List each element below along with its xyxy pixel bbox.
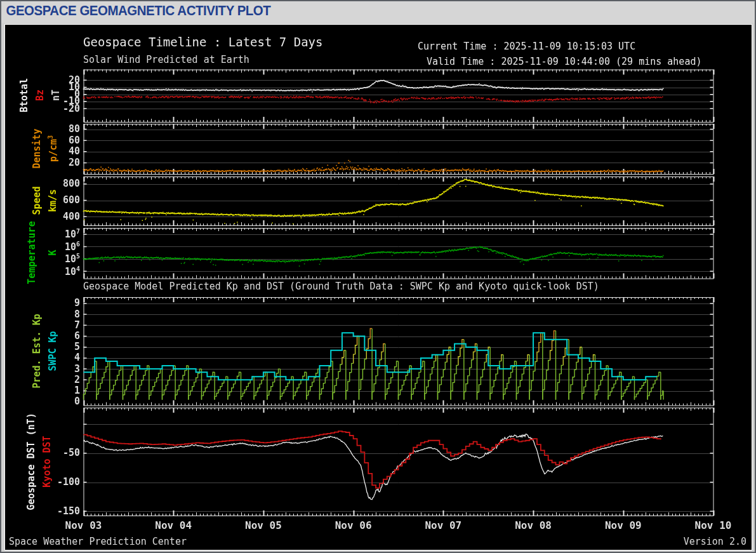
- y-tick-label: -20: [47, 103, 80, 114]
- ylabel-density: Density: [31, 128, 43, 168]
- y-tick-label: 80: [47, 123, 80, 135]
- x-tick-label: Nov 06: [325, 519, 382, 531]
- ylabel-bz: Bz: [34, 90, 46, 101]
- x-tick-label: Nov 05: [235, 519, 292, 531]
- page-header: GEOSPACE GEOMAGNETIC ACTIVITY PLOT: [1, 1, 755, 23]
- y-tick-label: 107: [47, 228, 80, 240]
- page-title: GEOSPACE GEOMAGNETIC ACTIVITY PLOT: [1, 1, 702, 19]
- ylabel-btotal: Btotal: [18, 78, 30, 112]
- ylabel-temperature: Temperature: [26, 221, 37, 284]
- y-tick-label: 9: [47, 297, 80, 309]
- footer-version: Version 2.0: [684, 536, 746, 547]
- kp-dst-subtitle: Geospace Model Predicted Kp and DST (Gro…: [83, 281, 599, 292]
- y-tick-label: -50: [47, 447, 80, 458]
- y-tick-label: -100: [47, 476, 80, 488]
- ylabel-geospace-dst: Geospace DST (nT): [25, 413, 37, 510]
- y-tick-label: 6: [47, 330, 80, 342]
- ylabel-speed: Speed: [31, 186, 43, 215]
- y-tick-label: 0: [47, 396, 80, 407]
- y-tick-label: 4: [47, 352, 80, 363]
- current-time-label: Current Time : 2025-11-09 10:15:03 UTC: [418, 41, 635, 52]
- plot-title: Geospace Timeline : Latest 7 Days: [83, 35, 323, 49]
- y-tick-label: 104: [47, 265, 80, 277]
- y-tick-label: 3: [47, 363, 80, 375]
- x-tick-label: Nov 10: [685, 519, 742, 531]
- y-tick-label: 1: [47, 385, 80, 396]
- y-tick-label: 600: [47, 194, 80, 206]
- geospace-plot: Geospace Timeline : Latest 7 Days Curren…: [4, 24, 752, 550]
- y-tick-label: 106: [47, 241, 80, 253]
- x-tick-label: Nov 04: [145, 519, 202, 531]
- y-tick-label: 7: [47, 319, 80, 331]
- footer-credit: Space Weather Prediction Center: [9, 536, 187, 547]
- solar-wind-subtitle: Solar Wind Predicted at Earth: [83, 54, 249, 65]
- x-tick-label: Nov 07: [414, 519, 472, 531]
- y-tick-label: 2: [47, 374, 80, 385]
- x-tick-label: Nov 03: [55, 519, 112, 531]
- y-tick-label: 40: [47, 145, 80, 157]
- ylabel-pred-est-kp: Pred. Est. Kp: [31, 314, 43, 388]
- x-tick-label: Nov 09: [595, 519, 652, 531]
- y-tick-label: 800: [47, 178, 80, 189]
- y-tick-label: -150: [47, 505, 80, 517]
- valid-time-label: Valid Time : 2025-11-09 10:44:00 (29 min…: [427, 56, 701, 67]
- y-tick-label: 8: [47, 309, 80, 320]
- y-tick-label: 400: [47, 211, 80, 222]
- y-tick-label: 60: [47, 135, 80, 146]
- x-tick-label: Nov 08: [505, 519, 562, 531]
- y-tick-label: 105: [47, 253, 80, 265]
- y-tick-label: 20: [47, 157, 80, 168]
- y-tick-label: 5: [47, 341, 80, 352]
- page: { "window_title": "GEOSPACE GEOMAGNETIC …: [0, 0, 756, 553]
